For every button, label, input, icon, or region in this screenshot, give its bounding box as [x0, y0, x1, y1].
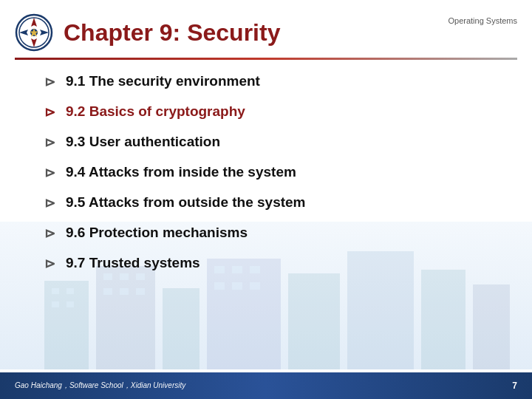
- svg-marker-29: [40, 30, 49, 35]
- toc-bullet-5: ⊳: [44, 195, 55, 211]
- svg-rect-11: [66, 301, 74, 307]
- toc-bullet-3: ⊳: [44, 134, 55, 151]
- footer-author: Gao Haichang，Software School，Xidian Univ…: [15, 381, 185, 391]
- operating-systems-label: Operating Systems: [448, 13, 517, 25]
- toc-item-1: ⊳9.1 The security environment: [44, 73, 502, 90]
- toc-item-6: ⊳9.6 Protection mechanisms: [44, 225, 502, 242]
- university-logo: [15, 13, 53, 52]
- toc-label-6: 9.6 Protection mechanisms: [66, 225, 248, 241]
- header-left: Chapter 9: Security: [15, 13, 280, 52]
- footer-page-number: 7: [512, 381, 517, 391]
- toc-label-3: 9.3 User authentication: [66, 134, 220, 150]
- toc-label-1: 9.1 The security environment: [66, 73, 260, 89]
- toc-item-2: ⊳9.2 Basics of cryptography: [44, 103, 502, 120]
- svg-rect-10: [52, 301, 59, 307]
- footer: Gao Haichang，Software School，Xidian Univ…: [0, 372, 532, 399]
- table-of-contents: ⊳9.1 The security environment⊳9.2 Basics…: [0, 60, 532, 293]
- toc-label-7: 9.7 Trusted systems: [66, 255, 200, 271]
- svg-marker-27: [31, 38, 37, 47]
- toc-label-2: 9.2 Basics of cryptography: [66, 103, 245, 120]
- toc-bullet-4: ⊳: [44, 165, 55, 181]
- toc-bullet-1: ⊳: [44, 74, 55, 90]
- svg-rect-2: [163, 288, 200, 369]
- toc-item-5: ⊳9.5 Attacks from outside the system: [44, 194, 502, 211]
- toc-bullet-2: ⊳: [44, 104, 55, 120]
- toc-item-3: ⊳9.3 User authentication: [44, 134, 502, 151]
- toc-label-4: 9.4 Attacks from inside the system: [66, 164, 296, 180]
- toc-label-5: 9.5 Attacks from outside the system: [66, 194, 306, 211]
- svg-marker-28: [19, 30, 28, 35]
- header: Chapter 9: Security Operating Systems: [0, 0, 532, 58]
- svg-marker-26: [31, 18, 37, 27]
- toc-bullet-6: ⊳: [44, 225, 55, 242]
- chapter-title: Chapter 9: Security: [64, 19, 280, 47]
- toc-item-7: ⊳9.7 Trusted systems: [44, 255, 502, 272]
- slide: Chapter 9: Security Operating Systems ⊳9…: [0, 0, 532, 399]
- toc-bullet-7: ⊳: [44, 256, 55, 272]
- svg-rect-7: [473, 284, 510, 369]
- toc-item-4: ⊳9.4 Attacks from inside the system: [44, 164, 502, 181]
